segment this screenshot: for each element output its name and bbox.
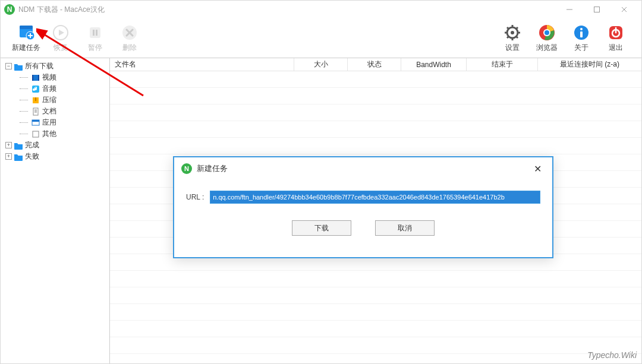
folder-icon	[14, 62, 23, 71]
svg-rect-38	[38, 75, 39, 81]
archive-icon	[31, 96, 40, 105]
svg-rect-1	[594, 7, 600, 12]
sidebar-item-completed[interactable]: + 完成	[2, 140, 108, 151]
svg-rect-37	[32, 75, 33, 81]
dialog-titlebar: N 新建任务 ✕	[174, 157, 552, 180]
video-icon	[31, 73, 40, 83]
pause-icon	[86, 24, 104, 42]
svg-line-25	[507, 36, 509, 38]
dialog-close-button[interactable]: ✕	[530, 161, 545, 177]
minimize-button[interactable]	[556, 1, 583, 18]
sidebar-item-label: 文档	[42, 106, 56, 116]
table-row	[110, 287, 641, 304]
col-status[interactable]: 状态	[348, 58, 401, 71]
col-filename[interactable]: 文件名	[110, 58, 294, 71]
table-row	[110, 304, 641, 321]
resume-button[interactable]: 恢复	[43, 20, 78, 56]
sidebar-item-application[interactable]: 应用	[2, 117, 108, 128]
svg-rect-32	[580, 31, 583, 37]
svg-point-29	[545, 30, 549, 35]
sidebar-item-label: 所有下载	[25, 61, 54, 71]
svg-point-31	[580, 28, 583, 30]
other-icon	[31, 129, 40, 139]
exit-label: 退出	[609, 43, 623, 53]
exit-button[interactable]: 退出	[599, 20, 633, 56]
app-icon: N	[181, 163, 192, 174]
sidebar: − 所有下载 视频 音频 压缩 文档	[1, 58, 110, 363]
browser-button[interactable]: 浏览器	[530, 20, 564, 56]
dialog-title-text: 新建任务	[197, 163, 228, 174]
sidebar-item-video[interactable]: 视频	[2, 72, 108, 83]
new-task-button[interactable]: 新建任务	[9, 20, 43, 56]
folder-icon	[14, 152, 23, 162]
gear-icon	[503, 24, 521, 42]
delete-icon	[121, 24, 139, 42]
svg-point-18	[511, 31, 514, 34]
settings-button[interactable]: 设置	[495, 20, 530, 56]
expand-icon[interactable]: +	[5, 142, 12, 148]
resume-label: 恢复	[54, 43, 68, 53]
table-row	[110, 88, 641, 105]
titlebar: N NDM 下载器 - MacAce汉化	[1, 1, 641, 18]
collapse-icon[interactable]: −	[5, 63, 12, 69]
sidebar-item-label: 失败	[25, 151, 39, 162]
table-row	[110, 121, 641, 138]
svg-rect-13	[96, 30, 97, 36]
table-header: 文件名 大小 状态 BandWidth 结束于 最近连接时间 (z-a)	[110, 58, 641, 71]
svg-rect-48	[33, 131, 39, 137]
sidebar-item-failed[interactable]: + 失败	[2, 151, 108, 162]
cancel-button[interactable]: 取消	[375, 220, 435, 236]
url-input[interactable]	[210, 191, 540, 204]
url-row: URL :	[186, 191, 540, 204]
new-task-dialog: N 新建任务 ✕ URL : 下载 取消	[173, 156, 553, 258]
table-row	[110, 105, 641, 121]
new-task-icon	[17, 24, 35, 42]
application-icon	[31, 118, 40, 128]
about-label: 关于	[574, 43, 588, 53]
sidebar-item-archive[interactable]: 压缩	[2, 94, 108, 106]
expand-icon[interactable]: +	[5, 153, 12, 160]
col-lastconn[interactable]: 最近连接时间 (z-a)	[538, 58, 641, 71]
app-icon: N	[4, 4, 15, 15]
maximize-button[interactable]	[583, 1, 610, 18]
toolbar: 新建任务 恢复 暂停 删除 设置	[1, 18, 641, 58]
svg-line-26	[516, 27, 518, 29]
about-button[interactable]: 关于	[564, 20, 599, 56]
sidebar-item-document[interactable]: 文档	[2, 106, 108, 117]
download-button[interactable]: 下载	[292, 220, 351, 236]
sidebar-item-all-downloads[interactable]: − 所有下载	[2, 61, 108, 72]
sidebar-item-label: 视频	[42, 72, 56, 83]
svg-rect-5	[20, 26, 33, 29]
sidebar-item-other[interactable]: 其他	[2, 128, 108, 140]
sidebar-item-label: 应用	[42, 118, 56, 128]
info-icon	[572, 24, 590, 42]
delete-button[interactable]: 删除	[112, 20, 147, 56]
settings-label: 设置	[505, 43, 520, 53]
close-button[interactable]	[610, 1, 638, 18]
table-row	[110, 271, 641, 287]
watermark: Typecho.Wiki	[587, 350, 637, 360]
dialog-buttons: 下载 取消	[186, 220, 540, 236]
window-title: NDM 下载器 - MacAce汉化	[18, 5, 105, 15]
svg-marker-10	[59, 30, 64, 36]
table-row	[110, 138, 641, 154]
table-row	[110, 337, 641, 354]
table-row	[110, 71, 641, 88]
resume-icon	[52, 24, 70, 42]
pause-button[interactable]: 暂停	[78, 20, 112, 56]
sidebar-item-label: 其他	[42, 129, 56, 139]
app-window: N NDM 下载器 - MacAce汉化	[0, 0, 642, 364]
table-row	[110, 321, 641, 337]
svg-line-23	[507, 27, 509, 29]
browser-label: 浏览器	[536, 43, 558, 53]
svg-rect-42	[33, 108, 38, 115]
col-bandwidth[interactable]: BandWidth	[401, 58, 467, 71]
chrome-icon	[538, 24, 556, 42]
folder-icon	[14, 141, 23, 150]
svg-rect-11	[90, 27, 100, 38]
dialog-body: URL : 下载 取消	[174, 180, 552, 257]
audio-icon	[31, 84, 40, 94]
col-endtime[interactable]: 结束于	[467, 58, 538, 71]
col-size[interactable]: 大小	[294, 58, 348, 71]
sidebar-item-audio[interactable]: 音频	[2, 83, 108, 94]
